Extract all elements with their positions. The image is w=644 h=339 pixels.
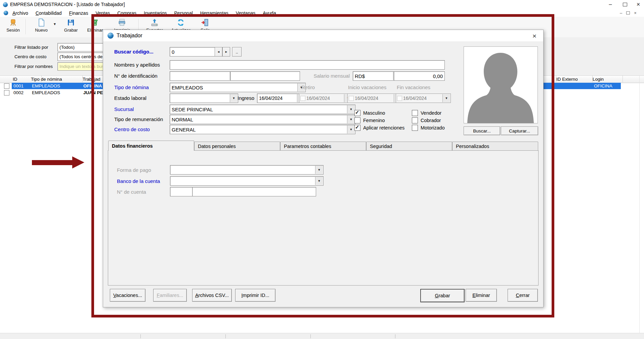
menu-item[interactable]: Herramientas	[197, 10, 232, 16]
row-checkbox[interactable]	[4, 83, 9, 89]
tipo-nomina-label[interactable]: Tipo de nómina	[114, 84, 149, 90]
checkbox-row[interactable]: Motorizado	[412, 125, 462, 131]
close-icon[interactable]: ×	[632, 0, 644, 8]
estado-laboral-dropdown[interactable]	[170, 93, 238, 103]
maximize-icon[interactable]	[618, 0, 632, 8]
tab[interactable]: Seguridad	[366, 142, 452, 151]
dropdown-arrow-icon[interactable]	[315, 177, 323, 185]
checkbox-icon[interactable]	[412, 125, 418, 131]
checkbox-row[interactable]: Masculino	[354, 110, 412, 116]
checkbox-icon[interactable]	[354, 110, 360, 116]
delete-label: Eliminar	[87, 28, 103, 33]
numero-cuenta-input[interactable]	[192, 187, 316, 196]
spin-prev-icon[interactable]: ◄	[215, 47, 222, 57]
filter-list-dropdown[interactable]: (Todos)	[57, 43, 109, 51]
menu-item[interactable]: Contabilidad	[32, 10, 66, 16]
dropdown-arrow-icon[interactable]	[347, 105, 355, 113]
column-header-tipo-nomina[interactable]: Tipo de nómina	[29, 76, 83, 82]
checkbox-row[interactable]: Femenino	[354, 117, 412, 123]
banco-label[interactable]: Banco de la cuenta	[117, 178, 160, 184]
cerrar-button[interactable]: Cerrar	[508, 289, 538, 302]
mdi-restore-icon[interactable]	[626, 11, 630, 14]
menu-item[interactable]: Personal	[171, 10, 197, 16]
tab[interactable]: Datos personales	[194, 142, 280, 151]
centro-costo-label[interactable]: Centro de costo	[114, 126, 150, 132]
mdi-minimize-icon[interactable]: –	[620, 10, 622, 15]
forma-pago-dropdown[interactable]	[170, 165, 324, 175]
filter-costcenter-dropdown[interactable]: (Todos los centros de cos	[57, 52, 109, 61]
delete-button[interactable]: Eliminar	[85, 18, 105, 36]
eliminar-button[interactable]: Eliminar	[466, 289, 497, 302]
buscar-codigo-label[interactable]: Buscar código...	[114, 49, 154, 54]
tab[interactable]: Personalizados	[452, 142, 538, 151]
photo-capturar-button[interactable]: Capturar...	[501, 126, 538, 135]
mdi-child-icon	[3, 10, 9, 16]
fin-vacaciones-enable-checkbox[interactable]	[397, 96, 402, 101]
dialog-close-icon[interactable]: ×	[530, 32, 539, 40]
session-button[interactable]: Sesión	[3, 18, 23, 36]
inicio-vacaciones-date-picker[interactable]: 16/04/2024	[347, 93, 402, 103]
tab-panel-datos-financieros: Forma de pago Banco de la cuenta N° de c…	[108, 150, 539, 286]
identificacion-tipo-dropdown[interactable]	[170, 71, 238, 81]
remuneracion-dropdown[interactable]: NORMAL	[170, 115, 355, 124]
menu-item[interactable]: Inventarios	[140, 10, 170, 16]
tab[interactable]: Datos financieros	[108, 141, 194, 151]
spin-next-icon[interactable]: ►	[222, 47, 230, 57]
menu-item[interactable]: Archivo	[9, 10, 32, 16]
menu-item[interactable]: Ayuda	[259, 10, 280, 16]
retiro-date-picker[interactable]: 16/04/2024	[299, 93, 352, 103]
retiro-enable-checkbox[interactable]	[300, 96, 305, 101]
menu-item[interactable]: Compras	[114, 10, 140, 16]
imprimir-id-button[interactable]: Imprimir ID...	[235, 289, 275, 302]
centro-costo-dropdown[interactable]: GENERAL	[170, 125, 355, 134]
inicio-vacaciones-enable-checkbox[interactable]	[349, 96, 354, 101]
buscar-codigo-input[interactable]: 0	[170, 47, 218, 57]
ingreso-label: Ingreso	[238, 95, 254, 101]
salario-input[interactable]: 0,00	[394, 71, 445, 81]
grabar-button[interactable]: Grabar	[420, 289, 465, 302]
employee-photo-placeholder	[464, 46, 538, 123]
vacaciones-button[interactable]: Vacaciones...	[110, 289, 145, 302]
new-dropdown-caret-icon[interactable]: ▼	[53, 22, 56, 26]
minimize-icon[interactable]: –	[604, 0, 617, 8]
menu-item[interactable]: Ventas	[92, 10, 114, 16]
photo-buscar-button[interactable]: Buscar...	[464, 126, 500, 135]
menu-item[interactable]: Finanzas	[66, 10, 92, 16]
menu-item[interactable]: Ventanas	[232, 10, 259, 16]
sucursal-label[interactable]: Sucursal	[114, 106, 134, 112]
tab[interactable]: Parametros contables	[280, 142, 366, 151]
dropdown-arrow-icon[interactable]	[315, 166, 323, 174]
sucursal-dropdown[interactable]: SEDE PRINCIPAL	[170, 105, 355, 114]
column-header-login[interactable]: Login	[591, 76, 623, 82]
browse-more-button[interactable]: ..	[232, 47, 242, 57]
checkbox-row[interactable]: Cobrador	[412, 117, 462, 123]
ingreso-date-picker[interactable]: 16/04/2024	[257, 93, 305, 103]
checkbox-icon[interactable]	[412, 117, 418, 123]
checkbox-icon[interactable]	[354, 117, 360, 123]
dropdown-arrow-icon[interactable]	[230, 94, 238, 102]
checkbox-row[interactable]: Vendedor	[412, 110, 462, 116]
nombres-input[interactable]	[170, 60, 445, 70]
checkbox-label: Masculino	[363, 110, 385, 116]
column-header-id-externo[interactable]: ID Externo	[554, 76, 593, 82]
checkbox-row[interactable]: Aplicar retenciones	[354, 125, 412, 131]
refresh-icon	[176, 18, 185, 27]
banco-dropdown[interactable]	[170, 176, 324, 186]
mdi-close-icon[interactable]: ×	[634, 10, 637, 15]
archivos-csv-button[interactable]: Archivos CSV...	[192, 289, 232, 302]
save-button[interactable]: Grabar	[60, 18, 81, 36]
row-checkbox[interactable]	[4, 90, 9, 96]
tipo-nomina-dropdown[interactable]: EMPLEADOS	[170, 83, 306, 92]
fin-vacaciones-date-picker[interactable]: 16/04/2024	[396, 93, 451, 103]
checkbox-icon[interactable]	[354, 125, 360, 131]
dropdown-arrow-icon[interactable]	[347, 125, 355, 134]
filter-costcenter-value: (Todos los centros de cos	[59, 54, 109, 59]
filter-names-input[interactable]: Indique un texto a buscar	[57, 62, 109, 71]
new-button[interactable]: Nuevo	[31, 18, 52, 36]
identificacion-input[interactable]	[230, 71, 300, 81]
dropdown-arrow-icon[interactable]	[442, 94, 450, 102]
checkbox-icon[interactable]	[412, 110, 418, 116]
dropdown-arrow-icon[interactable]	[347, 115, 355, 123]
new-label: Nuevo	[35, 28, 48, 33]
forma-pago-label: Forma de pago	[117, 167, 151, 173]
